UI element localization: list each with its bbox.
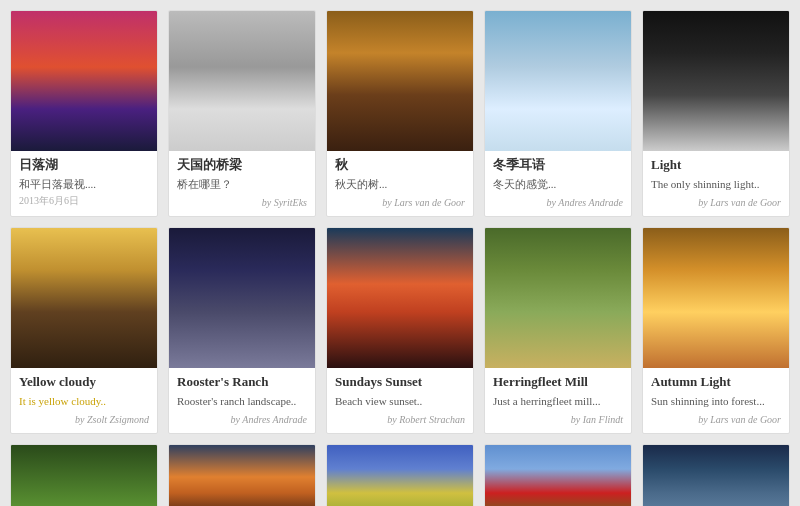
card-image — [327, 11, 473, 151]
card-author: by Lars van de Goor — [335, 197, 465, 208]
card-partial-1[interactable] — [168, 444, 316, 506]
card-desc: Just a herringfleet mill... — [493, 394, 623, 409]
card-image — [11, 445, 157, 506]
card-sunset-lake[interactable]: 日落湖和平日落最视....2013年6月6日 — [10, 10, 158, 217]
card-title: Sundays Sunset — [335, 374, 465, 391]
card-title: 冬季耳语 — [493, 157, 623, 174]
card-winter-whisper[interactable]: 冬季耳语冬天的感觉...by Andres Andrade — [484, 10, 632, 217]
card-body: 冬季耳语冬天的感觉...by Andres Andrade — [485, 151, 631, 216]
card-author: by Lars van de Goor — [651, 414, 781, 425]
card-desc: Rooster's ranch landscape.. — [177, 394, 307, 409]
card-author: by Zsolt Zsigmond — [19, 414, 149, 425]
card-image — [643, 228, 789, 368]
card-autumn-light[interactable]: Autumn LightSun shinning into forest...b… — [642, 227, 790, 433]
card-yellow-cloudy[interactable]: Yellow cloudyIt is yellow cloudy..by Zso… — [10, 227, 158, 433]
card-bridge[interactable]: 天国的桥梁桥在哪里？by SyritEks — [168, 10, 316, 217]
card-body: 秋秋天的树...by Lars van de Goor — [327, 151, 473, 216]
card-body: 天国的桥梁桥在哪里？by SyritEks — [169, 151, 315, 216]
card-title: 日落湖 — [19, 157, 149, 174]
card-desc: 秋天的树... — [335, 177, 465, 193]
card-image — [485, 11, 631, 151]
card-title: 天国的桥梁 — [177, 157, 307, 174]
card-herringfleet-mill[interactable]: Herringfleet MillJust a herringfleet mil… — [484, 227, 632, 433]
card-image — [327, 445, 473, 506]
card-author: by Ian Flindt — [493, 414, 623, 425]
card-image — [169, 445, 315, 506]
card-desc: 桥在哪里？ — [177, 177, 307, 193]
card-body: Rooster's RanchRooster's ranch landscape… — [169, 368, 315, 432]
card-autumn[interactable]: 秋秋天的树...by Lars van de Goor — [326, 10, 474, 217]
card-title: Rooster's Ranch — [177, 374, 307, 391]
card-image — [327, 228, 473, 368]
card-image — [11, 228, 157, 368]
card-battle-field[interactable]: Battle FieldBattle Field for you...by An… — [10, 444, 158, 506]
card-image — [643, 11, 789, 151]
card-image — [11, 11, 157, 151]
card-body: LightThe only shinning light..by Lars va… — [643, 151, 789, 216]
card-title: Herringfleet Mill — [493, 374, 623, 391]
card-author: by Andres Andrade — [177, 414, 307, 425]
card-author: by Robert Strachan — [335, 414, 465, 425]
card-title: Yellow cloudy — [19, 374, 149, 391]
card-author: by Andres Andrade — [493, 197, 623, 208]
card-date: 2013年6月6日 — [19, 194, 149, 208]
card-desc: 和平日落最视.... — [19, 177, 149, 192]
card-roosters-ranch[interactable]: Rooster's RanchRooster's ranch landscape… — [168, 227, 316, 433]
card-author: by Lars van de Goor — [651, 197, 781, 208]
card-desc: The only shinning light.. — [651, 177, 781, 193]
photo-grid: 日落湖和平日落最视....2013年6月6日 天国的桥梁桥在哪里？by Syri… — [0, 0, 800, 506]
card-partial-2[interactable] — [326, 444, 474, 506]
card-light[interactable]: LightThe only shinning light..by Lars va… — [642, 10, 790, 217]
card-desc: 冬天的感觉... — [493, 177, 623, 193]
card-title: Light — [651, 157, 781, 174]
card-partial-3[interactable] — [484, 444, 632, 506]
card-image — [485, 228, 631, 368]
card-desc: It is yellow cloudy.. — [19, 394, 149, 409]
card-body: Sundays SunsetBeach view sunset..by Robe… — [327, 368, 473, 432]
card-desc: Beach view sunset.. — [335, 394, 465, 409]
card-image — [169, 228, 315, 368]
card-image — [169, 11, 315, 151]
card-sundays-sunset[interactable]: Sundays SunsetBeach view sunset..by Robe… — [326, 227, 474, 433]
card-title: 秋 — [335, 157, 465, 174]
card-partial-4[interactable] — [642, 444, 790, 506]
card-body: Yellow cloudyIt is yellow cloudy..by Zso… — [11, 368, 157, 432]
card-body: Herringfleet MillJust a herringfleet mil… — [485, 368, 631, 432]
card-image — [643, 445, 789, 506]
card-author: by SyritEks — [177, 197, 307, 208]
card-body: Autumn LightSun shinning into forest...b… — [643, 368, 789, 432]
card-title: Autumn Light — [651, 374, 781, 391]
card-image — [485, 445, 631, 506]
card-body: 日落湖和平日落最视....2013年6月6日 — [11, 151, 157, 216]
card-desc: Sun shinning into forest... — [651, 394, 781, 409]
